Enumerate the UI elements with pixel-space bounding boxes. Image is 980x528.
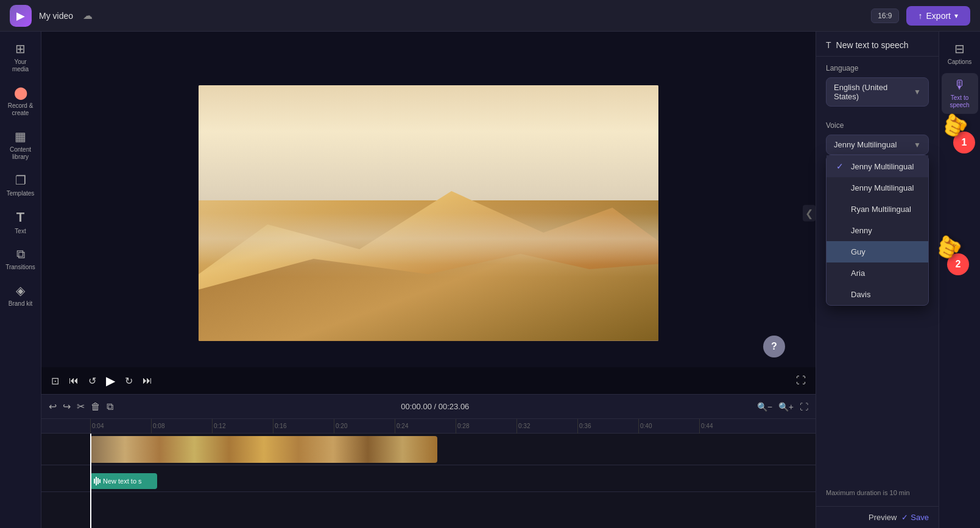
help-button[interactable]: ? <box>763 336 785 357</box>
voice-section-wrapper: Jenny Multilingual ▼ ✓ Jenny Multilingua… <box>826 135 929 155</box>
voice-dropdown-arrow: ▼ <box>914 141 921 149</box>
tts-waveform <box>94 477 100 485</box>
content-icon: ▦ <box>15 129 26 144</box>
ruler-mark: 0:44 <box>699 419 760 434</box>
templates-icon: ❐ <box>15 173 26 188</box>
sidebar-item-label: Your media <box>6 58 35 73</box>
forward-button[interactable]: ↻ <box>125 375 133 387</box>
max-duration-text: Maximum duration is 10 min <box>816 484 939 501</box>
app-logo: ▶ <box>10 5 32 27</box>
sidebar-item-templates[interactable]: ❐ Templates <box>2 168 39 202</box>
save-check-icon: ✓ <box>901 513 908 522</box>
export-icon: ↑ <box>918 11 923 21</box>
sidebar-item-transitions[interactable]: ⧉ Transitions <box>2 242 39 276</box>
panel-header: T New text to speech <box>816 32 939 57</box>
voice-option-jenny-multi-2[interactable]: Jenny Multilingual <box>827 177 928 199</box>
sidebar-item-text[interactable]: T Text <box>2 205 39 240</box>
collapse-panel-button[interactable]: ❮ <box>803 205 816 221</box>
tts-track[interactable]: New text to s <box>90 473 157 489</box>
ruler-mark: 0:04 <box>90 419 151 434</box>
checkmark-icon: ✓ <box>836 161 846 171</box>
sidebar-item-label: Templates <box>7 190 35 197</box>
voice-option-aria[interactable]: Aria <box>827 262 928 284</box>
cloud-icon: ☁ <box>83 10 93 21</box>
fit-button[interactable]: ⛶ <box>800 402 808 412</box>
video-controls: ⊡ ⏮ ↺ ▶ ↻ ⏭ ⛶ <box>41 367 816 394</box>
voice-label: Voice <box>826 121 929 130</box>
sidebar-item-content-library[interactable]: ▦ Content library <box>2 124 39 166</box>
panel-title-icon: T <box>826 40 831 50</box>
delete-button[interactable]: 🗑 <box>91 401 100 412</box>
redo-button[interactable]: ↪ <box>63 401 71 412</box>
sidebar-item-label: Brand kit <box>9 300 32 308</box>
ruler-mark: 0:16 <box>273 419 334 434</box>
far-right-captions[interactable]: ⊟ Captions <box>942 37 978 71</box>
export-button[interactable]: ↑ Export ▾ <box>906 6 970 26</box>
voice-dropdown-list: ✓ Jenny Multilingual Jenny Multilingual … <box>826 155 929 306</box>
rewind-button[interactable]: ↺ <box>88 375 96 387</box>
preview-area: ⊡ ⏮ ↺ ▶ ↻ ⏭ ⛶ ❮ ? <box>41 32 816 394</box>
language-label: Language <box>826 64 929 72</box>
ruler-mark: 0:20 <box>334 419 395 434</box>
topbar: ▶ My video ☁ 16:9 ↑ Export ▾ <box>0 0 980 32</box>
timeline-tracks: New text to s <box>41 434 816 528</box>
timeline-ruler: 0:04 0:08 0:12 0:16 0:20 0:24 0:28 0:32 … <box>41 419 816 434</box>
sidebar-item-label: Text <box>15 228 26 235</box>
language-section: Language English (United States) ▼ <box>816 57 939 114</box>
play-button[interactable]: ▶ <box>106 373 115 388</box>
save-button[interactable]: ✓ Save <box>901 513 929 522</box>
far-right-text-to-speech[interactable]: 🎙 Text to speech <box>942 73 978 114</box>
far-right-panel: ⊟ Captions 🎙 Text to speech <box>939 32 980 528</box>
captions-icon: ⊟ <box>954 41 965 56</box>
playhead[interactable] <box>90 434 91 528</box>
sidebar-item-label: Content library <box>6 146 35 161</box>
voice-option-davis[interactable]: Davis <box>827 284 928 305</box>
ruler-mark: 0:12 <box>212 419 273 434</box>
voice-section: Voice Jenny Multilingual ▼ ✓ Jenny Multi… <box>816 114 939 162</box>
ruler-mark: 0:28 <box>456 419 516 434</box>
panel-title: New text to speech <box>836 40 909 50</box>
ruler-marks: 0:04 0:08 0:12 0:16 0:20 0:24 0:28 0:32 … <box>90 419 760 434</box>
record-icon: ⬤ <box>14 85 27 100</box>
grid-icon: ⊞ <box>15 41 26 56</box>
timeline-toolbar: ↩ ↪ ✂ 🗑 ⧉ 00:00.00 / 00:23.06 🔍− 🔍+ ⛶ <box>41 395 816 419</box>
main-area: ⊞ Your media ⬤ Record & create ▦ Content… <box>0 32 980 528</box>
video-track-row <box>41 434 816 465</box>
zoom-in-button[interactable]: 🔍+ <box>778 402 794 412</box>
preview-button[interactable]: Preview <box>869 513 897 522</box>
sidebar-item-record[interactable]: ⬤ Record & create <box>2 80 39 122</box>
sidebar: ⊞ Your media ⬤ Record & create ▦ Content… <box>0 32 41 528</box>
sidebar-item-your-media[interactable]: ⊞ Your media <box>2 37 39 78</box>
ruler-mark: 0:40 <box>638 419 699 434</box>
duplicate-button[interactable]: ⧉ <box>107 401 113 412</box>
voice-option-jenny[interactable]: Jenny <box>827 220 928 241</box>
language-dropdown-arrow: ▼ <box>914 88 921 96</box>
voice-dropdown-button[interactable]: Jenny Multilingual ▼ <box>826 135 929 155</box>
text-icon: T <box>16 209 24 225</box>
ruler-mark: 0:36 <box>577 419 638 434</box>
sidebar-item-label: Transitions <box>5 264 35 271</box>
sidebar-item-brand[interactable]: ◈ Brand kit <box>2 278 39 312</box>
panel-bottom-buttons: Preview ✓ Save <box>816 506 939 528</box>
undo-button[interactable]: ↩ <box>49 401 57 412</box>
tts-track-row: New text to s <box>41 465 816 492</box>
fullscreen-button[interactable]: ⛶ <box>796 375 806 386</box>
ruler-mark: 0:32 <box>516 419 577 434</box>
sidebar-item-label: Record & create <box>6 102 35 117</box>
language-dropdown[interactable]: English (United States) ▼ <box>826 77 929 107</box>
video-preview <box>199 85 658 341</box>
voice-option-jenny-multi-1[interactable]: ✓ Jenny Multilingual <box>827 155 928 177</box>
voice-option-ryan[interactable]: Ryan Multilingual <box>827 199 928 220</box>
cut-button[interactable]: ✂ <box>77 401 85 412</box>
video-thumbnails <box>90 436 437 463</box>
far-right-label: Captions <box>948 58 971 66</box>
aspect-ratio-button[interactable]: 16:9 <box>871 9 898 23</box>
skip-forward-button[interactable]: ⏭ <box>143 375 152 386</box>
skip-back-button[interactable]: ⏮ <box>69 375 79 386</box>
video-track[interactable] <box>90 436 437 463</box>
right-panel: T New text to speech Language English (U… <box>816 32 939 528</box>
subtitle-button[interactable]: ⊡ <box>51 375 59 387</box>
voice-option-guy[interactable]: Guy <box>827 241 928 262</box>
zoom-out-button[interactable]: 🔍− <box>757 402 772 412</box>
transitions-icon: ⧉ <box>16 247 25 261</box>
